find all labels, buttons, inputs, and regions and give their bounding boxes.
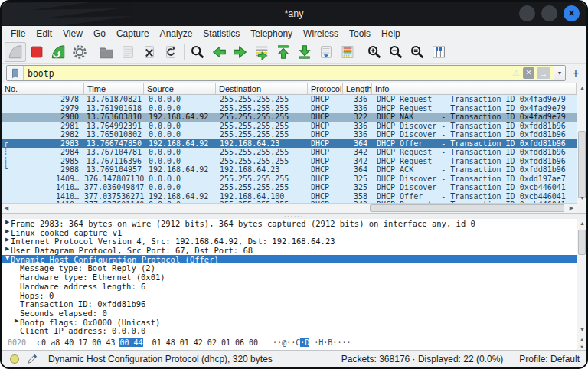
wireshark-window: *any ✕ FileEditViewGoCaptureAnalyzeStati…	[0, 0, 588, 369]
filter-apply-button[interactable]: →	[537, 67, 550, 79]
detail-row[interactable]: Seconds elapsed: 0	[2, 309, 577, 318]
scroll-right-icon[interactable]: ▶	[567, 204, 577, 213]
column-header-source[interactable]: Source	[144, 83, 216, 94]
detail-row[interactable]: ▼Dynamic Host Configuration Protocol (Of…	[2, 255, 577, 264]
menu-go[interactable]: Go	[88, 28, 111, 40]
packet-row[interactable]: 1409…376.1478071300.0.0.0255.255.255.255…	[2, 175, 577, 184]
menu-tools[interactable]: Tools	[344, 28, 376, 40]
detail-row[interactable]: Transaction ID: 0xfdd81b96	[2, 299, 577, 309]
packet-row[interactable]: 297913.7619016180.0.0.0255.255.255.255DH…	[2, 104, 577, 113]
status-profile[interactable]: Profile: Default	[519, 354, 580, 364]
zoom-reset-button[interactable]	[407, 42, 428, 62]
hex-scroll-spinner[interactable]: ▲▼	[577, 335, 586, 350]
go-first-button[interactable]	[273, 42, 294, 62]
expand-arrow-icon[interactable]: ▶	[2, 246, 11, 255]
go-to-packet-button[interactable]	[251, 42, 273, 62]
col-length: 364	[343, 139, 372, 149]
capture-restart-button[interactable]	[47, 42, 69, 62]
expand-arrow-icon[interactable]: ▶	[2, 219, 11, 228]
detail-row[interactable]: ▶Frame 2983: 364 bytes on wire (2912 bit…	[2, 219, 577, 228]
minimize-button[interactable]	[519, 5, 535, 21]
menu-wireless[interactable]: Wireless	[298, 28, 344, 40]
col-protocol: DHCP	[308, 95, 343, 104]
packet-list-vertical-scrollbar[interactable]: ▲ ▼	[577, 83, 586, 203]
filter-clear-button[interactable]: ✕	[523, 67, 534, 79]
collapse-arrow-icon[interactable]: ▼	[2, 255, 11, 264]
close-button[interactable]: ✕	[564, 5, 580, 21]
column-header-time[interactable]: Time	[84, 83, 144, 94]
packet-row[interactable]: 2985┆13.7671163960.0.0.0255.255.255.255D…	[2, 157, 577, 166]
detail-row[interactable]: ▶Bootp flags: 0x0000 (Unicast)	[2, 318, 577, 327]
column-header-info[interactable]: Info	[372, 83, 577, 94]
packet-row[interactable]: 1410…377.037536271192.168.64.92192.168.6…	[2, 192, 577, 201]
scrollbar-thumb[interactable]	[370, 204, 564, 212]
spin-up-icon[interactable]: ▲	[580, 336, 583, 341]
col-info: DHCP Request - Transaction ID 0x4fad9e79	[372, 104, 577, 113]
display-filter-input[interactable]: bootp ⚠ ✕ → ▼	[6, 65, 566, 81]
detail-row[interactable]: Hardware type: Ethernet (0x01)	[2, 273, 577, 282]
details-vertical-scrollbar[interactable]: ▲ ▼	[577, 219, 586, 335]
packet-row[interactable]: 298113.7649923910.0.0.0255.255.255.255DH…	[2, 122, 577, 131]
colorize-button[interactable]	[337, 42, 358, 62]
go-last-button[interactable]	[294, 42, 315, 62]
file-open-button[interactable]	[96, 42, 117, 62]
column-header-no[interactable]: No.	[2, 83, 84, 94]
auto-scroll-button[interactable]	[315, 42, 337, 62]
detail-row[interactable]: Client IP address: 0.0.0.0	[2, 326, 577, 335]
packet-row[interactable]: 2983┌13.766747850192.168.64.92192.168.64…	[2, 139, 577, 149]
detail-row[interactable]: Hardware address length: 6	[2, 282, 577, 291]
packet-row[interactable]: 2988└13.769104957192.168.64.92192.168.64…	[2, 165, 577, 175]
filter-bookmark-button[interactable]	[7, 66, 24, 80]
go-forward-button[interactable]	[230, 42, 251, 62]
zoom-in-button[interactable]	[364, 42, 385, 62]
packet-row[interactable]: 298013.763603810192.168.64.92255.255.255…	[2, 113, 577, 122]
scroll-up-icon[interactable]: ▲	[577, 219, 586, 228]
capture-options-button[interactable]	[69, 42, 90, 62]
scroll-up-icon[interactable]: ▲	[577, 83, 587, 93]
column-header-protocol[interactable]: Protocol	[308, 83, 343, 94]
expand-arrow-icon[interactable]: ▶	[11, 318, 20, 327]
scroll-left-icon[interactable]: ◀	[2, 204, 11, 213]
expand-arrow-icon[interactable]: ▶	[2, 228, 11, 237]
scrollbar-thumb[interactable]	[578, 230, 586, 255]
detail-row[interactable]: ▶User Datagram Protocol, Src Port: 67, D…	[2, 246, 577, 255]
menu-file[interactable]: File	[5, 28, 31, 40]
filter-dropdown-button[interactable]: ▼	[554, 66, 565, 80]
menu-telephony[interactable]: Telephony	[245, 28, 298, 40]
filter-add-button[interactable]: +	[570, 66, 582, 81]
detail-row[interactable]: ▶Linux cooked capture v1	[2, 228, 577, 237]
resize-columns-button[interactable]	[428, 42, 449, 62]
scrollbar-thumb[interactable]	[578, 131, 586, 198]
menu-statistics[interactable]: Statistics	[198, 28, 245, 40]
reload-button[interactable]	[160, 42, 181, 62]
scroll-down-icon[interactable]: ▼	[577, 325, 586, 335]
expert-info-button[interactable]	[8, 353, 21, 365]
packet-row[interactable]: 1410…377.0360498470.0.0.0255.255.255.255…	[2, 183, 577, 192]
file-close-button[interactable]	[139, 42, 160, 62]
go-back-button[interactable]	[208, 42, 230, 62]
expand-arrow-icon[interactable]: ▶	[2, 237, 11, 246]
menu-help[interactable]: Help	[376, 28, 406, 40]
packet-list-horizontal-scrollbar[interactable]: ◀ ▶	[2, 203, 577, 213]
packet-row[interactable]: 298213.7650108020.0.0.0255.255.255.255DH…	[2, 130, 577, 139]
detail-row[interactable]: Hops: 0	[2, 291, 577, 300]
menu-capture[interactable]: Capture	[111, 28, 155, 40]
packet-row[interactable]: 2984┆13.7671047810.0.0.0255.255.255.255D…	[2, 148, 577, 157]
capture-stop-button[interactable]	[26, 42, 47, 62]
column-header-destination[interactable]: Destination	[216, 83, 308, 94]
packet-row[interactable]: 297813.7618708210.0.0.0255.255.255.255DH…	[2, 95, 577, 104]
find-packet-button[interactable]	[187, 42, 208, 62]
menu-edit[interactable]: Edit	[31, 28, 57, 40]
pane-splitter[interactable]: ······	[2, 214, 586, 219]
zoom-out-button[interactable]	[385, 42, 407, 62]
capture-comment-button[interactable]	[26, 353, 38, 365]
maximize-button[interactable]	[541, 5, 557, 21]
menu-view[interactable]: View	[57, 28, 88, 40]
scroll-down-icon[interactable]: ▼	[577, 194, 587, 203]
spin-down-icon[interactable]: ▼	[580, 344, 583, 349]
column-header-length[interactable]: Length	[343, 83, 372, 94]
detail-row[interactable]: ▶Internet Protocol Version 4, Src: 192.1…	[2, 237, 577, 246]
detail-row[interactable]: Message type: Boot Reply (2)	[2, 263, 577, 273]
packet-bytes-pane[interactable]: 0020 c0 a8 40 17 00 43 00 44 01 48 01 42…	[2, 335, 586, 351]
menu-analyze[interactable]: Analyze	[155, 28, 198, 40]
